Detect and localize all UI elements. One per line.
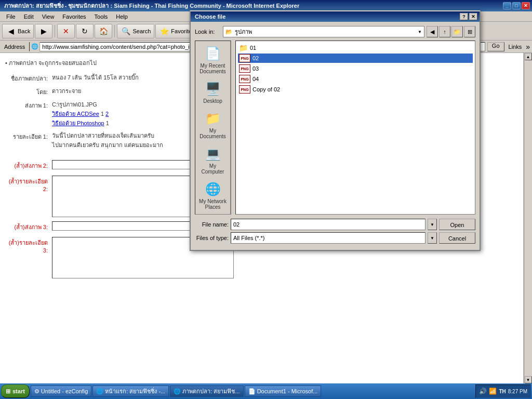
menu-favorites[interactable]: Favorites <box>58 12 90 21</box>
upload2-input[interactable] <box>52 160 213 169</box>
filetype-row: Files of type: ▼ Cancel <box>195 232 475 244</box>
ps-link-1: 1 <box>106 120 109 126</box>
address-label: Address <box>2 44 27 50</box>
stop-button[interactable]: ✕ <box>57 24 75 38</box>
taskbar-system-tray: 🔊 📶 TH 8:27 PM <box>475 384 531 398</box>
forward-button[interactable]: ▶ <box>35 24 52 38</box>
shortcut-network[interactable]: 🌐 My NetworkPlaces <box>196 179 230 212</box>
upload2-label: (ล้ำ)ส่งภาพ 2: <box>5 160 52 170</box>
link-2[interactable]: 2 <box>105 111 109 117</box>
filetype-input[interactable] <box>231 232 425 244</box>
links-expand-icon[interactable]: » <box>526 43 530 51</box>
ie-icon-3: 🌐 <box>174 388 181 395</box>
title-bar-buttons: _ □ ✕ <box>503 2 530 9</box>
filename-input[interactable] <box>231 219 425 230</box>
open-button[interactable]: Open <box>439 219 475 230</box>
upload1-label: ส่งภาพ 1: <box>5 100 52 110</box>
speaker-icon: 🔊 <box>479 388 487 395</box>
menu-file[interactable]: File <box>2 12 20 21</box>
nav-view-button[interactable]: ⊞ <box>464 26 475 37</box>
taskbar-item-3[interactable]: 🌐 ภาพตกปลา: สยามฟิช... <box>170 385 243 397</box>
language-indicator[interactable]: TH <box>499 389 506 394</box>
toolbar-separator2 <box>114 25 115 37</box>
refresh-button[interactable]: ↻ <box>76 24 94 38</box>
file-item-02[interactable]: PNG 02 <box>238 54 473 63</box>
folder-icon-01: 📁 <box>239 44 248 52</box>
dialog-body: Look in: 📂 รูปภาพ ▼ ◀ ↑ 📁 ⊞ <box>191 22 480 250</box>
go-button[interactable]: Go <box>487 42 504 51</box>
forward-icon: ▶ <box>38 26 49 36</box>
shortcut-desktop[interactable]: 🖥️ Desktop <box>196 78 230 106</box>
shortcut-recent[interactable]: 📄 My RecentDocuments <box>196 43 230 76</box>
png-icon-copy02: PNG <box>239 85 250 94</box>
filename-label: File name: <box>195 221 229 228</box>
png-icon-03: PNG <box>239 64 250 73</box>
windows-logo: ⊞ <box>6 388 10 395</box>
recent-icon: 📄 <box>205 45 221 62</box>
file-list: 📁 01 PNG 02 PNG 03 PNG <box>235 41 475 215</box>
toolbar-separator <box>55 25 55 37</box>
detail3-label: (ล้ำ)รายละเอียด 3: <box>5 237 52 254</box>
file-item-copy02[interactable]: PNG Copy of 02 <box>238 85 473 94</box>
scroll-down-button[interactable]: ▼ <box>525 376 532 383</box>
desktop-label: Desktop <box>203 98 222 104</box>
menu-help[interactable]: Help <box>112 12 132 21</box>
menu-view[interactable]: View <box>38 12 59 21</box>
computer-icon: 💻 <box>205 145 221 162</box>
detail2-label: (ล้ำ)รายละเอียด 2: <box>5 176 52 192</box>
start-button[interactable]: ⊞ start <box>1 384 30 398</box>
dialog-nav-buttons: ◀ ↑ 📁 ⊞ <box>427 26 475 37</box>
lookin-value-wrapper: 📂 รูปภาพ <box>225 27 252 36</box>
menu-tools[interactable]: Tools <box>90 12 112 21</box>
close-button[interactable]: ✕ <box>522 2 530 9</box>
acdsee-link[interactable]: วิธีย่อด้วย ACDSee <box>52 111 99 117</box>
menu-edit[interactable]: Edit <box>20 12 38 21</box>
nav-back-button[interactable]: ◀ <box>427 26 438 37</box>
file-item-01[interactable]: 📁 01 <box>238 43 473 52</box>
shortcut-documents[interactable]: 📁 My Documents <box>196 108 230 141</box>
maximize-button[interactable]: □ <box>512 2 521 9</box>
minimize-button[interactable]: _ <box>503 2 511 9</box>
taskbar-item-4[interactable]: 📄 Document1 - Microsof... <box>245 385 322 397</box>
dialog-help-button[interactable]: ? <box>460 13 468 20</box>
file-name-02: 02 <box>252 55 259 61</box>
photoshop-link[interactable]: วิธีย่อด้วย Photoshop <box>52 120 104 126</box>
file-name-03: 03 <box>252 65 259 72</box>
dialog-close-button[interactable]: ✕ <box>469 13 477 20</box>
main-scrollbar[interactable]: ▲ ▼ <box>524 53 532 383</box>
file-name-copy02: Copy of 02 <box>252 86 280 92</box>
filename-dropdown-arrow[interactable]: ▼ <box>428 219 437 230</box>
link-num-1: 1 <box>101 111 104 117</box>
upload3-input[interactable] <box>52 221 213 231</box>
browser-window: ภาพตกปลา: สยามฟิชชิ่ง - ชุมชนนักตกปลา : … <box>0 0 532 399</box>
fish-name-label: ชื่อภาพตกปลา: <box>5 73 52 83</box>
cancel-button[interactable]: Cancel <box>439 232 475 244</box>
nav-new-folder-button[interactable]: 📁 <box>451 26 463 37</box>
lookin-row: Look in: 📂 รูปภาพ ▼ ◀ ↑ 📁 ⊞ <box>195 26 475 37</box>
by-label: โดย: <box>5 86 52 97</box>
taskbar-item-2[interactable]: 🌐 หน้าแรก: สยามฟิชชิ่ง -... <box>92 385 169 397</box>
nav-up-button[interactable]: ↑ <box>439 26 450 37</box>
ezconfig-icon: ⚙ <box>34 388 39 395</box>
browser-title: ภาพตกปลา: สยามฟิชชิ่ง - ชุมชนนักตกปลา : … <box>2 1 503 10</box>
taskbar: ⊞ start ⚙ Untitled - ezConfig 🌐 หน้าแรก:… <box>0 383 532 399</box>
file-item-04[interactable]: PNG 04 <box>238 74 473 84</box>
network-label: My NetworkPlaces <box>199 198 227 210</box>
scroll-up-button[interactable]: ▲ <box>525 53 532 60</box>
home-icon: 🏠 <box>98 26 109 36</box>
search-button[interactable]: 🔍 Search <box>117 24 154 38</box>
lookin-select[interactable]: 📂 รูปภาพ ▼ <box>223 26 424 37</box>
home-button[interactable]: 🏠 <box>95 24 112 38</box>
back-button[interactable]: ◀ Back <box>2 24 34 38</box>
word-icon: 📄 <box>248 388 256 395</box>
lookin-folder-icon: 📂 <box>225 29 233 35</box>
file-item-03[interactable]: PNG 03 <box>238 64 473 73</box>
clock: 8:27 PM <box>508 389 527 394</box>
lookin-value: รูปภาพ <box>235 27 252 36</box>
filetype-dropdown-arrow[interactable]: ▼ <box>428 232 437 244</box>
shortcut-computer[interactable]: 💻 My Computer <box>196 143 230 177</box>
taskbar-item-1[interactable]: ⚙ Untitled - ezConfig <box>31 385 92 397</box>
lookin-label: Look in: <box>195 29 221 35</box>
desktop-icon: 🖥️ <box>205 81 221 97</box>
lookin-dropdown-arrow: ▼ <box>418 30 422 34</box>
